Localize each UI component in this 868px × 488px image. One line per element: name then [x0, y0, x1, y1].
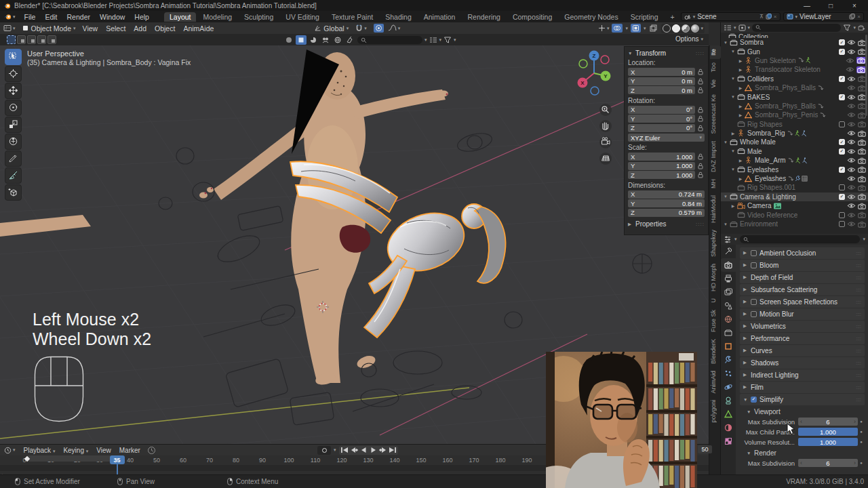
sidebar-tab-animaid[interactable]: AnimAid: [710, 367, 721, 397]
animate-dot[interactable]: ●: [858, 430, 865, 434]
transform-field[interactable]: Y0°: [628, 115, 695, 123]
next-keyframe-button[interactable]: [378, 447, 387, 454]
transform-field[interactable]: Z0°: [628, 124, 695, 132]
outliner-search-input[interactable]: [763, 24, 837, 31]
disable-in-renders-camera-icon[interactable]: [856, 57, 866, 64]
view-layer-selector[interactable]: ▾ ViewLayer ×: [783, 12, 864, 21]
workspace-tab-uv-editing[interactable]: UV Editing: [280, 12, 325, 22]
disable-in-renders-camera-icon[interactable]: [858, 203, 866, 209]
lock-icon[interactable]: [696, 68, 705, 75]
disable-in-renders-camera-icon[interactable]: [856, 66, 866, 73]
collection-checkbox[interactable]: ✓: [839, 167, 845, 173]
current-frame-badge[interactable]: 35: [110, 455, 125, 464]
minimize-button[interactable]: —: [797, 2, 817, 9]
sync-icon[interactable]: [147, 446, 156, 455]
section-checkbox[interactable]: [751, 262, 757, 268]
menu-file[interactable]: File: [20, 13, 41, 21]
transform-field[interactable]: Y0.84 m: [628, 199, 705, 207]
expand-arrow-icon[interactable]: ▼: [722, 195, 729, 199]
properties-section[interactable]: ▶Shadows::::: [740, 357, 865, 369]
texture-properties-tab[interactable]: [721, 434, 736, 448]
expand-arrow-icon[interactable]: ▶: [730, 203, 736, 208]
hide-in-viewport-eye-icon[interactable]: [847, 76, 856, 82]
timeline-menu-keying[interactable]: Keying ▾: [59, 447, 92, 454]
remove-view-layer-icon[interactable]: ×: [857, 14, 861, 20]
scene-properties-tab[interactable]: [721, 299, 736, 312]
outliner-row[interactable]: ▶Sombra_Phys_Balls: [721, 83, 868, 92]
particles-properties-tab[interactable]: [721, 367, 736, 380]
viewport-subsection[interactable]: ▼Viewport: [747, 408, 865, 415]
shading-dropdown[interactable]: ▾: [701, 26, 703, 31]
playhead[interactable]: [117, 464, 118, 474]
sidebar-tab-u[interactable]: U: [710, 295, 721, 306]
lock-icon[interactable]: [696, 153, 705, 160]
hide-in-viewport-eye-icon[interactable]: [847, 176, 856, 182]
transform-field[interactable]: Z0 m: [628, 86, 695, 94]
display-mode-dropdown[interactable]: ▾: [734, 25, 736, 30]
disable-in-renders-camera-icon[interactable]: [858, 148, 866, 155]
expand-arrow-icon[interactable]: ▶: [737, 85, 744, 90]
lock-icon[interactable]: [696, 106, 705, 113]
collection-checkbox[interactable]: ✓: [839, 139, 845, 145]
render-properties-tab[interactable]: [721, 258, 736, 272]
display-mode-icon[interactable]: [429, 37, 437, 43]
rotation-mode-dropdown[interactable]: XYZ Euler▾: [628, 134, 705, 142]
proportional-falloff-selector[interactable]: ▾: [388, 24, 401, 32]
animate-dot[interactable]: ●: [858, 461, 865, 465]
previous-keyframe-button[interactable]: [350, 447, 359, 454]
hide-in-viewport-eye-icon[interactable]: [847, 39, 856, 45]
collection-dropdown[interactable]: ▾: [425, 37, 427, 43]
hide-in-viewport-eye-icon[interactable]: [847, 203, 856, 209]
sidebar-tab-hd-morph[interactable]: HD Morph: [710, 260, 721, 295]
lock-icon[interactable]: [696, 87, 705, 94]
outliner-row[interactable]: ▶Gun Skeleton: [721, 56, 868, 65]
lock-icon[interactable]: [696, 78, 705, 85]
filter-type-icon[interactable]: [332, 35, 343, 45]
properties-section[interactable]: ▶Film::::: [740, 382, 865, 393]
output-properties-tab[interactable]: [721, 272, 736, 285]
hide-in-viewport-eye-icon[interactable]: [847, 139, 856, 145]
collection-checkbox[interactable]: [839, 121, 845, 127]
properties-collapse-arrow[interactable]: ▶: [628, 222, 633, 227]
outliner-row[interactable]: ▼Camera & Lighting✓: [721, 192, 868, 201]
transform-field[interactable]: Y0 m: [628, 77, 695, 85]
properties-editor-icon[interactable]: [724, 236, 732, 243]
viewport-menu-select[interactable]: Select: [102, 24, 130, 33]
workspace-tab-compositing[interactable]: Compositing: [507, 12, 557, 22]
simplify-section[interactable]: ▼✓Simplify::::: [740, 394, 865, 405]
outliner-scrollbar[interactable]: [865, 35, 867, 116]
sidebar-tab-fuse-sk[interactable]: Fuse Sk: [710, 306, 721, 336]
lock-icon[interactable]: [696, 163, 705, 169]
display-mode-icon[interactable]: [724, 24, 732, 31]
tool-properties-tab[interactable]: [721, 245, 736, 258]
add-workspace-button[interactable]: +: [665, 12, 680, 22]
play-button[interactable]: [369, 447, 378, 454]
data-properties-tab[interactable]: [721, 407, 736, 421]
workspace-tab-modeling[interactable]: Modeling: [197, 12, 237, 22]
filter-type-icon[interactable]: [296, 35, 307, 45]
outliner-row[interactable]: ▶Sombra_Phys_Balls: [721, 102, 868, 110]
section-checkbox[interactable]: [751, 250, 757, 256]
properties-section[interactable]: ▶Curves::::: [740, 345, 865, 357]
hide-in-viewport-eye-icon[interactable]: [847, 167, 856, 173]
render-subsection[interactable]: ▼Render: [747, 449, 865, 457]
disable-in-renders-camera-icon[interactable]: [858, 193, 866, 200]
properties-section[interactable]: ▶Screen Space Reflections::::: [740, 296, 865, 308]
expand-arrow-icon[interactable]: ▶: [737, 67, 744, 72]
menu-window[interactable]: Window: [95, 13, 130, 21]
tool-add-cube-button[interactable]: [5, 184, 22, 201]
collection-checkbox[interactable]: ✓: [839, 39, 845, 45]
disable-in-renders-camera-icon[interactable]: [858, 176, 866, 182]
viewport-menu-view[interactable]: View: [79, 24, 102, 33]
mode-selector[interactable]: Object Mode ▾: [19, 24, 79, 33]
expand-arrow-icon[interactable]: ▶: [737, 158, 744, 163]
lock-icon[interactable]: [696, 125, 705, 131]
transform-field[interactable]: Z1.000: [628, 171, 695, 179]
outliner-row[interactable]: Video Reference: [721, 210, 868, 219]
viewport-menu-add[interactable]: Add: [130, 24, 151, 33]
lock-icon[interactable]: [696, 115, 705, 122]
animate-dot[interactable]: ●: [858, 440, 865, 444]
select-mode-icon[interactable]: [47, 35, 56, 44]
constraints-properties-tab[interactable]: [721, 394, 736, 407]
hide-in-viewport-eye-icon[interactable]: [847, 212, 856, 218]
